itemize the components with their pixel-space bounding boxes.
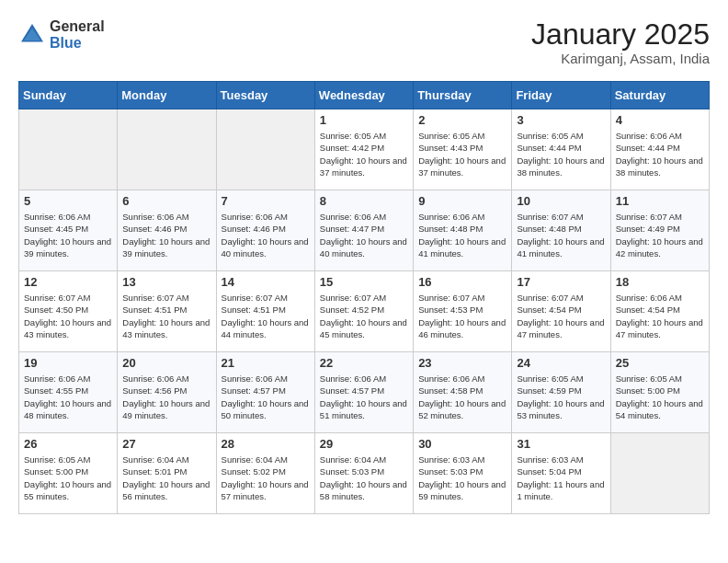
week-row-1: 1Sunrise: 6:05 AM Sunset: 4:42 PM Daylig… [19,109,710,190]
day-number: 10 [517,194,605,208]
day-number: 8 [320,194,408,208]
day-number: 6 [122,194,210,208]
day-info: Sunrise: 6:05 AM Sunset: 4:44 PM Dayligh… [517,130,605,178]
day-number: 24 [517,356,605,370]
day-number: 20 [122,356,210,370]
calendar-cell: 11Sunrise: 6:07 AM Sunset: 4:49 PM Dayli… [610,190,709,271]
day-info: Sunrise: 6:07 AM Sunset: 4:51 PM Dayligh… [122,292,210,340]
day-number: 29 [320,437,408,451]
calendar-cell: 12Sunrise: 6:07 AM Sunset: 4:50 PM Dayli… [19,271,118,352]
day-info: Sunrise: 6:04 AM Sunset: 5:03 PM Dayligh… [320,454,408,502]
calendar-cell: 23Sunrise: 6:06 AM Sunset: 4:58 PM Dayli… [414,352,512,433]
calendar-cell: 30Sunrise: 6:03 AM Sunset: 5:03 PM Dayli… [414,433,512,514]
day-info: Sunrise: 6:06 AM Sunset: 4:45 PM Dayligh… [24,211,112,259]
calendar-cell: 10Sunrise: 6:07 AM Sunset: 4:48 PM Dayli… [512,190,610,271]
calendar-cell [216,109,314,190]
calendar-cell: 9Sunrise: 6:06 AM Sunset: 4:48 PM Daylig… [414,190,512,271]
day-number: 7 [222,194,310,208]
day-number: 14 [222,275,310,289]
calendar-cell: 21Sunrise: 6:06 AM Sunset: 4:57 PM Dayli… [216,352,314,433]
day-number: 25 [616,356,704,370]
calendar-cell: 2Sunrise: 6:05 AM Sunset: 4:43 PM Daylig… [414,109,512,190]
day-info: Sunrise: 6:06 AM Sunset: 4:47 PM Dayligh… [320,211,408,259]
logo-icon [18,21,46,49]
calendar-cell: 8Sunrise: 6:06 AM Sunset: 4:47 PM Daylig… [314,190,413,271]
day-info: Sunrise: 6:07 AM Sunset: 4:50 PM Dayligh… [24,292,112,340]
header-friday: Friday [512,82,610,109]
calendar-cell: 20Sunrise: 6:06 AM Sunset: 4:56 PM Dayli… [118,352,216,433]
day-info: Sunrise: 6:06 AM Sunset: 4:57 PM Dayligh… [320,373,408,421]
day-number: 13 [122,275,210,289]
header-tuesday: Tuesday [216,82,314,109]
day-number: 27 [122,437,210,451]
day-number: 17 [517,275,605,289]
day-info: Sunrise: 6:05 AM Sunset: 4:59 PM Dayligh… [517,373,605,421]
day-number: 5 [24,194,112,208]
day-info: Sunrise: 6:04 AM Sunset: 5:02 PM Dayligh… [222,454,310,502]
calendar-cell: 14Sunrise: 6:07 AM Sunset: 4:51 PM Dayli… [216,271,314,352]
week-row-4: 19Sunrise: 6:06 AM Sunset: 4:55 PM Dayli… [19,352,710,433]
calendar-cell: 13Sunrise: 6:07 AM Sunset: 4:51 PM Dayli… [118,271,216,352]
day-info: Sunrise: 6:06 AM Sunset: 4:56 PM Dayligh… [122,373,210,421]
logo-general-text: General [50,18,105,35]
day-info: Sunrise: 6:07 AM Sunset: 4:53 PM Dayligh… [418,292,506,340]
day-number: 28 [222,437,310,451]
calendar-body: 1Sunrise: 6:05 AM Sunset: 4:42 PM Daylig… [19,109,710,514]
calendar-cell: 28Sunrise: 6:04 AM Sunset: 5:02 PM Dayli… [216,433,314,514]
week-row-3: 12Sunrise: 6:07 AM Sunset: 4:50 PM Dayli… [19,271,710,352]
day-info: Sunrise: 6:07 AM Sunset: 4:48 PM Dayligh… [517,211,605,259]
header-wednesday: Wednesday [314,82,413,109]
day-info: Sunrise: 6:07 AM Sunset: 4:51 PM Dayligh… [222,292,310,340]
header-thursday: Thursday [414,82,512,109]
day-info: Sunrise: 6:05 AM Sunset: 4:43 PM Dayligh… [418,130,506,178]
day-info: Sunrise: 6:05 AM Sunset: 5:00 PM Dayligh… [616,373,704,421]
day-number: 21 [222,356,310,370]
header-saturday: Saturday [610,82,709,109]
day-info: Sunrise: 6:06 AM Sunset: 4:46 PM Dayligh… [222,211,310,259]
calendar-cell: 27Sunrise: 6:04 AM Sunset: 5:01 PM Dayli… [118,433,216,514]
calendar-cell [610,433,709,514]
calendar-cell: 26Sunrise: 6:05 AM Sunset: 5:00 PM Dayli… [19,433,118,514]
day-number: 2 [418,113,506,127]
header-sunday: Sunday [19,82,118,109]
calendar-cell: 7Sunrise: 6:06 AM Sunset: 4:46 PM Daylig… [216,190,314,271]
day-info: Sunrise: 6:05 AM Sunset: 4:42 PM Dayligh… [320,130,408,178]
day-info: Sunrise: 6:07 AM Sunset: 4:49 PM Dayligh… [616,211,704,259]
day-number: 11 [616,194,704,208]
day-number: 15 [320,275,408,289]
day-info: Sunrise: 6:06 AM Sunset: 4:54 PM Dayligh… [616,292,704,340]
calendar-cell: 1Sunrise: 6:05 AM Sunset: 4:42 PM Daylig… [314,109,413,190]
calendar-cell: 6Sunrise: 6:06 AM Sunset: 4:46 PM Daylig… [118,190,216,271]
day-number: 12 [24,275,112,289]
location-text: Karimganj, Assam, India [531,51,710,66]
day-info: Sunrise: 6:06 AM Sunset: 4:55 PM Dayligh… [24,373,112,421]
logo: General Blue [18,18,105,51]
day-number: 9 [418,194,506,208]
day-number: 1 [320,113,408,127]
day-info: Sunrise: 6:07 AM Sunset: 4:52 PM Dayligh… [320,292,408,340]
day-number: 26 [24,437,112,451]
month-year-title: January 2025 [531,18,710,51]
header-monday: Monday [118,82,216,109]
day-info: Sunrise: 6:05 AM Sunset: 5:00 PM Dayligh… [24,454,112,502]
week-row-5: 26Sunrise: 6:05 AM Sunset: 5:00 PM Dayli… [19,433,710,514]
days-of-week-row: SundayMondayTuesdayWednesdayThursdayFrid… [19,82,710,109]
calendar-cell: 17Sunrise: 6:07 AM Sunset: 4:54 PM Dayli… [512,271,610,352]
day-number: 18 [616,275,704,289]
day-number: 4 [616,113,704,127]
day-info: Sunrise: 6:07 AM Sunset: 4:54 PM Dayligh… [517,292,605,340]
calendar-cell: 16Sunrise: 6:07 AM Sunset: 4:53 PM Dayli… [414,271,512,352]
calendar-cell: 24Sunrise: 6:05 AM Sunset: 4:59 PM Dayli… [512,352,610,433]
calendar-cell: 15Sunrise: 6:07 AM Sunset: 4:52 PM Dayli… [314,271,413,352]
calendar-cell [118,109,216,190]
day-info: Sunrise: 6:06 AM Sunset: 4:44 PM Dayligh… [616,130,704,178]
day-info: Sunrise: 6:06 AM Sunset: 4:57 PM Dayligh… [222,373,310,421]
logo-text: General Blue [50,18,105,51]
day-number: 30 [418,437,506,451]
day-number: 19 [24,356,112,370]
calendar-cell: 5Sunrise: 6:06 AM Sunset: 4:45 PM Daylig… [19,190,118,271]
day-number: 23 [418,356,506,370]
day-info: Sunrise: 6:03 AM Sunset: 5:04 PM Dayligh… [517,454,605,502]
day-number: 16 [418,275,506,289]
calendar-cell: 19Sunrise: 6:06 AM Sunset: 4:55 PM Dayli… [19,352,118,433]
